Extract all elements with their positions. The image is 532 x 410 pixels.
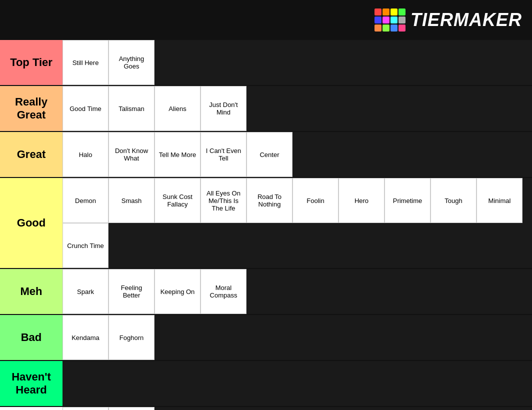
tier-item-meh-2[interactable]: Keeping On xyxy=(154,269,200,314)
tier-items-top-tier: Still HereAnything Goes xyxy=(62,40,532,85)
logo-text: TiERMAKER xyxy=(410,10,522,30)
tier-label-released: Released xyxy=(0,407,62,410)
logo-cell-1 xyxy=(374,8,382,16)
tier-item-good-3[interactable]: All Eyes On Me/This Is The Life xyxy=(200,178,246,223)
logo-grid xyxy=(374,8,406,32)
logo-cell-11 xyxy=(390,24,398,32)
logo-cell-9 xyxy=(374,24,382,32)
tier-item-really-great-0[interactable]: Good Time xyxy=(62,86,108,131)
tier-items-really-great: Good TimeTalismanAliensJust Don't Mind xyxy=(62,86,532,131)
tier-item-good-10[interactable]: Crunch Time xyxy=(62,223,108,268)
tier-items-bad: KendamaFoghorn xyxy=(62,315,532,360)
tier-item-top-tier-1[interactable]: Anything Goes xyxy=(108,40,154,85)
tier-label-good: Good xyxy=(0,178,62,268)
tier-item-meh-3[interactable]: Moral Compass xyxy=(200,269,246,314)
tier-item-great-3[interactable]: I Can't Even Tell xyxy=(200,132,246,177)
tier-items-great: HaloDon't Know WhatTell Me MoreI Can't E… xyxy=(62,132,532,177)
tier-item-bad-1[interactable]: Foghorn xyxy=(108,315,154,360)
tier-item-great-4[interactable]: Center xyxy=(246,132,292,177)
tier-items-meh: SparkFeeling BetterKeeping OnMoral Compa… xyxy=(62,269,532,314)
tier-row-released: ReleasedDynamiteNew Amsterdam xyxy=(0,407,532,410)
tier-list: TiERMAKER Top TierStill HereAnything Goe… xyxy=(0,0,532,410)
tier-item-good-5[interactable]: Foolin xyxy=(292,178,338,223)
tier-label-bad: Bad xyxy=(0,315,62,360)
tier-item-good-9[interactable]: Minimal xyxy=(476,178,522,223)
tier-items-released: DynamiteNew Amsterdam xyxy=(62,407,532,410)
tier-item-good-4[interactable]: Road To Nothing xyxy=(246,178,292,223)
logo-cell-8 xyxy=(398,16,406,24)
tier-row-really-great: Really GreatGood TimeTalismanAliensJust … xyxy=(0,86,532,132)
tier-item-great-0[interactable]: Halo xyxy=(62,132,108,177)
tier-row-meh: MehSparkFeeling BetterKeeping OnMoral Co… xyxy=(0,269,532,315)
logo: TiERMAKER xyxy=(374,8,522,32)
header: TiERMAKER xyxy=(0,0,532,40)
logo-cell-2 xyxy=(382,8,390,16)
logo-cell-6 xyxy=(382,16,390,24)
tier-items-havent-heard xyxy=(62,361,532,406)
tier-item-top-tier-0[interactable]: Still Here xyxy=(62,40,108,85)
tier-item-good-7[interactable]: Primetime xyxy=(384,178,430,223)
logo-cell-3 xyxy=(390,8,398,16)
tier-row-great: GreatHaloDon't Know WhatTell Me MoreI Ca… xyxy=(0,132,532,178)
tier-item-released-0[interactable]: Dynamite xyxy=(62,407,108,410)
tier-item-bad-0[interactable]: Kendama xyxy=(62,315,108,360)
tier-row-top-tier: Top TierStill HereAnything Goes xyxy=(0,40,532,86)
tier-label-really-great: Really Great xyxy=(0,86,62,131)
tier-item-good-2[interactable]: Sunk Cost Fallacy xyxy=(154,178,200,223)
tier-item-good-1[interactable]: Smash xyxy=(108,178,154,223)
tier-item-meh-0[interactable]: Spark xyxy=(62,269,108,314)
tier-item-really-great-2[interactable]: Aliens xyxy=(154,86,200,131)
tier-item-good-0[interactable]: Demon xyxy=(62,178,108,223)
logo-cell-12 xyxy=(398,24,406,32)
tier-label-havent-heard: Haven't Heard xyxy=(0,361,62,406)
tier-item-good-6[interactable]: Hero xyxy=(338,178,384,223)
tier-label-meh: Meh xyxy=(0,269,62,314)
tier-item-meh-1[interactable]: Feeling Better xyxy=(108,269,154,314)
tier-item-great-2[interactable]: Tell Me More xyxy=(154,132,200,177)
logo-cell-5 xyxy=(374,16,382,24)
logo-cell-4 xyxy=(398,8,406,16)
tier-rows: Top TierStill HereAnything GoesReally Gr… xyxy=(0,40,532,410)
tier-items-good: DemonSmashSunk Cost FallacyAll Eyes On M… xyxy=(62,178,532,268)
tier-item-good-8[interactable]: Tough xyxy=(430,178,476,223)
tier-label-top-tier: Top Tier xyxy=(0,40,62,85)
tier-item-really-great-3[interactable]: Just Don't Mind xyxy=(200,86,246,131)
tier-label-great: Great xyxy=(0,132,62,177)
tier-item-great-1[interactable]: Don't Know What xyxy=(108,132,154,177)
tier-item-released-1[interactable]: New Amsterdam xyxy=(108,407,154,410)
tier-row-havent-heard: Haven't Heard xyxy=(0,361,532,407)
tier-item-really-great-1[interactable]: Talisman xyxy=(108,86,154,131)
logo-cell-10 xyxy=(382,24,390,32)
logo-cell-7 xyxy=(390,16,398,24)
tier-row-good: GoodDemonSmashSunk Cost FallacyAll Eyes … xyxy=(0,178,532,269)
tier-row-bad: BadKendamaFoghorn xyxy=(0,315,532,361)
